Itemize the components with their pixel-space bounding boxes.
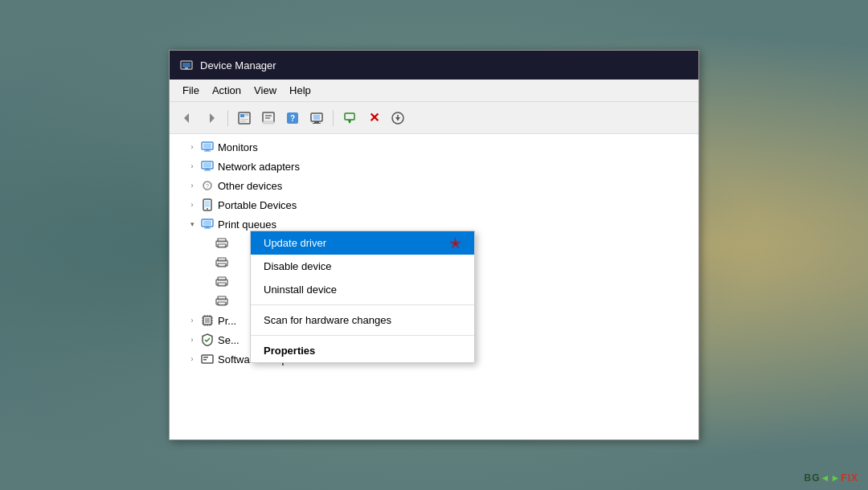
help-button[interactable]: ?	[281, 107, 304, 129]
context-menu-uninstall-device[interactable]: Uninstall device	[251, 278, 474, 301]
properties-button[interactable]	[233, 107, 256, 129]
svg-rect-8	[245, 114, 248, 116]
security-icon	[200, 333, 215, 347]
menu-bar: File Action View Help	[170, 80, 698, 102]
svg-rect-43	[204, 228, 211, 229]
window-title: Device Manager	[200, 59, 276, 71]
watermark-separator: ◄►	[821, 472, 841, 484]
remove-button[interactable]: ✕	[362, 107, 385, 129]
tree-item-portable[interactable]: Portable Devices	[170, 195, 698, 214]
svg-rect-28	[203, 144, 211, 149]
svg-rect-21	[345, 113, 354, 120]
svg-marker-4	[184, 113, 189, 123]
properties-label: Properties	[264, 345, 315, 357]
context-separator-1	[251, 304, 474, 305]
svg-rect-47	[219, 245, 224, 247]
printer4-icon	[215, 294, 229, 308]
star-highlight-icon: ✭	[449, 235, 461, 252]
uninstall-device-label: Uninstall device	[264, 284, 337, 296]
svg-text:?: ?	[290, 114, 295, 123]
svg-rect-34	[204, 170, 211, 171]
portable-devices-icon	[200, 198, 215, 212]
print-label: Print queues	[218, 218, 276, 231]
update-driver-label: Update driver	[264, 237, 326, 249]
svg-rect-33	[206, 169, 209, 170]
scan-button[interactable]	[305, 107, 328, 129]
driver-update-button[interactable]	[338, 107, 361, 129]
context-menu-properties[interactable]: Properties	[251, 339, 474, 362]
content-area: Monitors Network adapters	[170, 134, 698, 439]
tree-item-network[interactable]: Network adapters	[170, 157, 698, 176]
context-separator-2	[251, 335, 474, 336]
other-devices-icon: ?	[200, 178, 215, 193]
svg-rect-14	[263, 121, 274, 124]
svg-rect-55	[219, 284, 224, 285]
context-menu-disable-device[interactable]: Disable device	[251, 255, 474, 278]
disable-device-label: Disable device	[264, 260, 332, 272]
menu-action[interactable]: Action	[206, 83, 248, 98]
svg-rect-2	[185, 67, 188, 69]
watermark-suffix: FIX	[841, 472, 858, 484]
svg-rect-29	[206, 149, 209, 151]
toolbar: ? ✕	[170, 102, 698, 134]
svg-rect-41	[203, 221, 211, 226]
context-menu-scan-hardware[interactable]: Scan for hardware changes	[251, 308, 474, 332]
menu-view[interactable]: View	[248, 83, 283, 98]
security-label: Se...	[218, 334, 240, 346]
network-icon	[200, 159, 215, 174]
processor-label: Pr...	[218, 315, 236, 327]
svg-rect-7	[240, 114, 244, 117]
svg-text:?: ?	[206, 183, 209, 189]
expand-processor-icon	[186, 314, 199, 327]
svg-rect-10	[240, 120, 246, 122]
menu-help[interactable]: Help	[283, 83, 317, 98]
expand-print-icon	[186, 218, 199, 231]
processor-icon	[200, 313, 215, 328]
expand-monitors-icon	[186, 141, 199, 153]
svg-rect-38	[205, 201, 210, 207]
svg-marker-5	[210, 113, 215, 123]
menu-file[interactable]: File	[176, 83, 206, 98]
network-label: Network adapters	[218, 161, 300, 173]
svg-rect-42	[206, 227, 209, 228]
svg-rect-20	[313, 123, 321, 124]
context-menu-update-driver[interactable]: Update driver ✭	[251, 231, 474, 255]
watermark-prefix: BG	[805, 472, 821, 484]
svg-rect-18	[313, 115, 320, 120]
tree-item-other[interactable]: ? Other devices	[170, 176, 698, 195]
tree-item-monitors[interactable]: Monitors	[170, 137, 698, 157]
expand-other-icon	[186, 179, 199, 192]
print-queues-icon	[200, 217, 215, 231]
scan-hardware-label: Scan for hardware changes	[264, 314, 391, 326]
svg-rect-1	[182, 63, 190, 67]
svg-rect-19	[314, 121, 319, 123]
monitors-icon	[200, 140, 215, 154]
svg-rect-76	[203, 359, 207, 361]
device-manager-window: Device Manager File Action View Help	[169, 50, 699, 440]
update-driver-button[interactable]	[257, 107, 280, 129]
svg-rect-30	[204, 151, 211, 152]
expand-security-icon	[186, 333, 199, 346]
svg-rect-59	[219, 303, 224, 304]
other-label: Other devices	[218, 180, 282, 192]
svg-rect-32	[203, 163, 211, 168]
svg-point-39	[207, 208, 208, 210]
window-icon	[179, 58, 194, 72]
svg-rect-11	[263, 112, 274, 122]
svg-rect-61	[205, 318, 210, 323]
printer2-icon	[215, 255, 229, 270]
svg-rect-51	[219, 264, 224, 266]
toolbar-sep-2	[333, 110, 334, 126]
printer1-icon	[215, 236, 229, 251]
back-button[interactable]	[176, 107, 199, 129]
expand-software-icon	[186, 353, 199, 365]
svg-rect-3	[183, 69, 190, 70]
download-button[interactable]	[387, 107, 409, 129]
forward-button[interactable]	[200, 107, 223, 129]
svg-rect-9	[240, 119, 248, 120]
toolbar-sep-1	[227, 110, 228, 126]
printer3-icon	[215, 275, 229, 289]
title-bar: Device Manager	[170, 51, 698, 80]
expand-network-icon	[186, 160, 199, 173]
watermark: BG◄►FIX	[805, 472, 858, 484]
